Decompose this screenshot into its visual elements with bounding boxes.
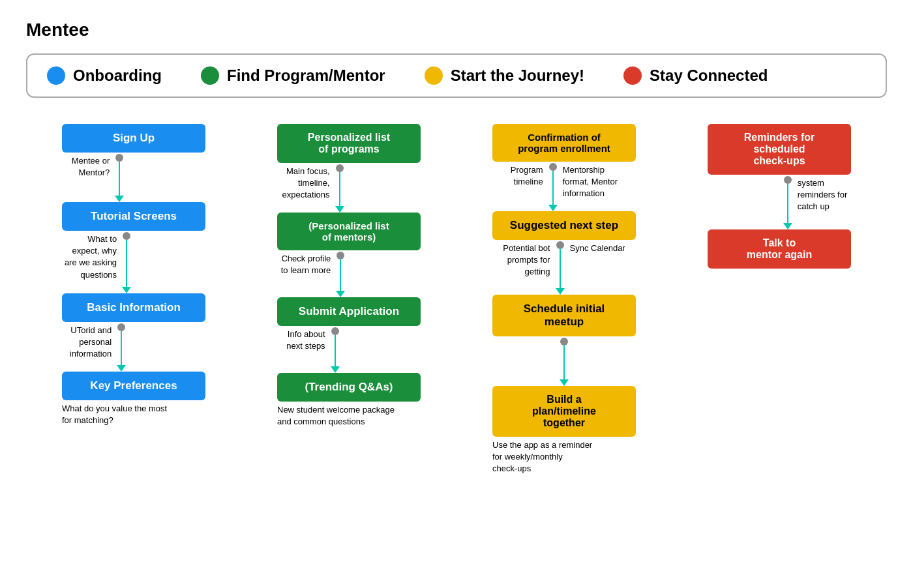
- connector-programs: Main focus,timeline,expectations: [248, 163, 450, 213]
- box-key-prefs: Key Preferences: [62, 372, 205, 400]
- box-basic-info: Basic Information: [62, 293, 205, 322]
- note-confirmation-right: Mentorshipformat, Mentorinformation: [563, 164, 618, 200]
- legend-item-onboarding: Onboarding: [47, 66, 162, 85]
- note-basic-info-left: UTorid andpersonalinformation: [70, 325, 112, 360]
- connector-confirmation: Programtimeline Mentorshipformat, Mentor…: [463, 162, 665, 211]
- legend-item-connected: Stay Connected: [623, 66, 768, 85]
- note-programs-left: Main focus,timeline,expectations: [282, 166, 330, 201]
- connector-schedule: [463, 336, 665, 386]
- note-mentors-left: Check profileto learn more: [281, 253, 331, 276]
- note-signup-left: Mentee orMentor?: [72, 155, 110, 179]
- column-connected: Reminders forscheduledcheck-ups systemre…: [672, 124, 887, 475]
- box-confirmation: Confirmation ofprogram enrollment: [492, 124, 636, 162]
- box-tutorial: Tutorial Screens: [62, 202, 205, 231]
- box-signup: Sign Up: [62, 124, 205, 153]
- note-confirmation-left: Programtimeline: [511, 164, 543, 188]
- connector-submit: Info aboutnext steps: [248, 326, 450, 373]
- note-tutorial-left: What toexpect, whyare we askingquestions: [65, 233, 117, 281]
- note-plan-below: Use the app as a reminderfor weekly/mont…: [492, 439, 636, 475]
- connector-tutorial: What toexpect, whyare we askingquestions: [33, 231, 235, 293]
- box-suggested: Suggested next step: [492, 211, 636, 240]
- box-qas: (Trending Q&As): [277, 373, 421, 402]
- legend-item-journey: Start the Journey!: [425, 66, 584, 85]
- connected-label: Stay Connected: [650, 66, 768, 85]
- box-schedule: Schedule initialmeetup: [492, 295, 636, 336]
- onboarding-dot: [47, 66, 65, 85]
- box-submit: Submit Application: [277, 297, 421, 326]
- note-qas-below: New student welcome packageand common qu…: [277, 404, 421, 428]
- column-journey: Confirmation ofprogram enrollment Progra…: [456, 124, 672, 475]
- journey-dot: [425, 66, 443, 85]
- connector-reminders: systemreminders forcatch up: [678, 175, 880, 229]
- legend-bar: Onboarding Find Program/Mentor Start the…: [26, 53, 887, 98]
- connector-mentors: Check profileto learn more: [248, 250, 450, 297]
- box-talk: Talk tomentor again: [708, 229, 851, 269]
- connector-basic-info: UTorid andpersonalinformation: [33, 322, 235, 372]
- note-reminders-right: systemreminders forcatch up: [798, 177, 848, 213]
- find-dot: [201, 66, 219, 85]
- column-find: Personalized listof programs Main focus,…: [241, 124, 456, 475]
- find-label: Find Program/Mentor: [227, 66, 385, 85]
- note-submit-left: Info aboutnext steps: [286, 329, 325, 352]
- box-mentors: (Personalized listof mentors): [277, 213, 421, 250]
- page-title: Mentee: [26, 20, 887, 40]
- onboarding-label: Onboarding: [73, 66, 162, 85]
- column-onboarding: Sign Up Mentee orMentor? Tutorial Screen…: [26, 124, 241, 475]
- note-suggested-left: Potential botprompts forgetting: [503, 243, 550, 278]
- connected-dot: [623, 66, 642, 85]
- box-plan: Build aplan/timelinetogether: [492, 386, 636, 437]
- note-suggested-right: Sync Calendar: [570, 243, 625, 254]
- box-programs: Personalized listof programs: [277, 124, 421, 163]
- journey-label: Start the Journey!: [451, 66, 584, 85]
- legend-item-find: Find Program/Mentor: [201, 66, 385, 85]
- note-key-prefs-below: What do you value the mostfor matching?: [62, 403, 205, 426]
- connector-suggested: Potential botprompts forgetting Sync Cal…: [463, 240, 665, 295]
- connector-signup: Mentee orMentor?: [33, 153, 235, 202]
- columns-container: Sign Up Mentee orMentor? Tutorial Screen…: [26, 124, 887, 475]
- box-reminders: Reminders forscheduledcheck-ups: [708, 124, 851, 175]
